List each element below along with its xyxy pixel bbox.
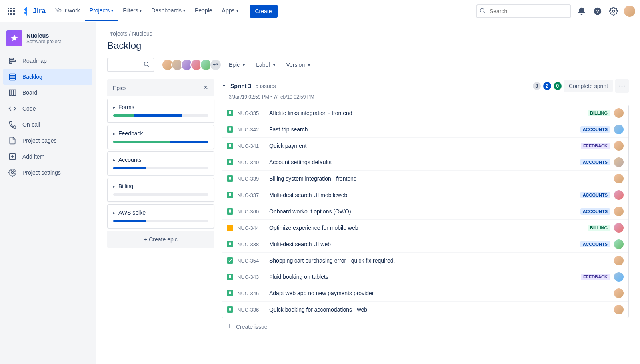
search-input[interactable]: [476, 4, 571, 18]
issue-key[interactable]: NUC-337: [237, 192, 265, 198]
epic-card[interactable]: ▸Feedback: [107, 125, 214, 149]
app-switcher-icon[interactable]: [5, 5, 18, 18]
sidebar-item-project-settings[interactable]: Project settings: [3, 165, 92, 181]
issue-row[interactable]: NUC-354Shopping cart purchasing error - …: [222, 253, 628, 269]
issue-row[interactable]: NUC-338Multi-dest search UI webACCOUNTS: [222, 236, 628, 253]
epic-badge[interactable]: ACCOUNTS: [580, 208, 610, 215]
epic-card[interactable]: ▸AWS spike: [107, 204, 214, 228]
issue-type-icon: [227, 126, 233, 133]
nav-filters[interactable]: Filters▾: [118, 1, 146, 21]
global-search[interactable]: [476, 4, 571, 18]
nav-people[interactable]: People: [190, 1, 217, 21]
epic-card[interactable]: ▸Accounts: [107, 151, 214, 175]
breadcrumb-parent[interactable]: Projects: [107, 30, 128, 37]
issue-key[interactable]: NUC-354: [237, 258, 265, 264]
search-icon: [479, 7, 486, 15]
sidebar-item-code[interactable]: Code: [3, 101, 92, 117]
epic-badge[interactable]: BILLING: [588, 225, 610, 231]
filter-label[interactable]: Label▾: [256, 62, 275, 68]
filter-version[interactable]: Version▾: [286, 62, 310, 68]
backlog-search[interactable]: [107, 58, 154, 72]
issue-row[interactable]: NUC-346Adapt web app no new payments pro…: [222, 285, 628, 302]
assignee-avatar[interactable]: [614, 174, 624, 183]
issue-key[interactable]: NUC-360: [237, 209, 265, 215]
assignee-filter[interactable]: +3: [162, 59, 222, 71]
issue-key[interactable]: NUC-346: [237, 290, 265, 296]
assignee-avatar[interactable]: [614, 223, 624, 233]
settings-icon[interactable]: [608, 6, 619, 17]
assignee-avatar[interactable]: [614, 190, 624, 200]
assignee-avatar[interactable]: [614, 256, 624, 265]
complete-sprint-button[interactable]: Complete sprint: [564, 80, 613, 92]
help-icon[interactable]: ?: [592, 6, 603, 17]
issue-row[interactable]: NUC-335Affelite links integration - fron…: [222, 105, 628, 121]
nav-your-work[interactable]: Your work: [50, 1, 85, 21]
close-epics-icon[interactable]: [202, 84, 209, 91]
assignee-avatar[interactable]: [614, 108, 624, 118]
nav-apps[interactable]: Apps▾: [217, 1, 243, 21]
project-icon: [6, 30, 22, 46]
epic-card[interactable]: ▸Billing: [107, 178, 214, 202]
assignee-avatar[interactable]: [614, 239, 624, 249]
issue-row[interactable]: NUC-339Billing system integration - fron…: [222, 171, 628, 187]
collapse-icon[interactable]: [222, 83, 226, 89]
chevron-down-icon: ▾: [308, 63, 310, 67]
issue-key[interactable]: NUC-340: [237, 159, 265, 165]
epic-badge[interactable]: ACCOUNTS: [580, 126, 610, 133]
notifications-icon[interactable]: [576, 6, 587, 17]
create-button[interactable]: Create: [250, 5, 278, 18]
sprint-more-button[interactable]: [615, 79, 629, 93]
jira-logo[interactable]: Jira: [19, 7, 49, 16]
assignee-avatar[interactable]: [614, 207, 624, 216]
assignee-avatar[interactable]: [614, 305, 624, 314]
epic-badge[interactable]: BILLING: [588, 110, 610, 116]
issue-key[interactable]: NUC-339: [237, 176, 265, 182]
issue-key[interactable]: NUC-338: [237, 241, 265, 247]
sidebar-item-on-call[interactable]: On-call: [3, 117, 92, 133]
filter-epic[interactable]: Epic▾: [229, 62, 245, 68]
svg-rect-15: [10, 60, 16, 61]
issue-key[interactable]: NUC-336: [237, 307, 265, 313]
issue-row[interactable]: NUC-340Account settings defaultsACCOUNTS: [222, 154, 628, 171]
issue-row[interactable]: NUC-343Fluid booking on tabletsFEEDBACK: [222, 269, 628, 285]
sidebar-item-roadmap[interactable]: Roadmap: [3, 53, 92, 69]
epic-card[interactable]: ▸Forms: [107, 99, 214, 123]
avatar-overflow[interactable]: +3: [210, 59, 222, 71]
issue-row[interactable]: NUC-341Quick paymentFEEDBACK: [222, 138, 628, 154]
nav-dashboards[interactable]: Dashboards▾: [146, 1, 190, 21]
epic-name: Feedback: [118, 130, 143, 137]
issue-row[interactable]: NUC-344Optimize experience for mobile we…: [222, 220, 628, 236]
create-issue-button[interactable]: Create issue: [222, 318, 629, 335]
epic-badge[interactable]: ACCOUNTS: [580, 159, 610, 165]
epic-badge[interactable]: ACCOUNTS: [580, 241, 610, 247]
issue-row[interactable]: NUC-360Onboard workout options (OWO)ACCO…: [222, 203, 628, 220]
issue-row[interactable]: NUC-342Fast trip searchACCOUNTS: [222, 121, 628, 138]
assignee-avatar[interactable]: [614, 157, 624, 167]
svg-rect-7: [10, 13, 12, 15]
sidebar-item-project-pages[interactable]: Project pages: [3, 133, 92, 149]
svg-rect-22: [14, 90, 16, 96]
assignee-avatar[interactable]: [614, 125, 624, 134]
assignee-avatar[interactable]: [614, 288, 624, 298]
issue-row[interactable]: NUC-336Quick booking for accomodations -…: [222, 302, 628, 318]
issue-key[interactable]: NUC-343: [237, 274, 265, 280]
user-avatar[interactable]: [624, 6, 635, 17]
epic-badge[interactable]: FEEDBACK: [581, 274, 610, 280]
sidebar-item-add-item[interactable]: Add item: [3, 149, 92, 165]
issue-row[interactable]: NUC-337Multi-dest search UI mobilewebACC…: [222, 187, 628, 203]
create-epic-button[interactable]: + Create epic: [107, 231, 214, 248]
issue-key[interactable]: NUC-341: [237, 143, 265, 149]
svg-rect-17: [10, 74, 16, 76]
sidebar-item-board[interactable]: Board: [3, 85, 92, 101]
sidebar-item-backlog[interactable]: Backlog: [3, 69, 92, 85]
nav-projects[interactable]: Projects▾: [85, 1, 118, 21]
assignee-avatar[interactable]: [614, 141, 624, 151]
epic-badge[interactable]: ACCOUNTS: [580, 192, 610, 198]
project-header[interactable]: Nucleus Software project: [3, 30, 92, 53]
issue-key[interactable]: NUC-342: [237, 127, 265, 133]
issue-key[interactable]: NUC-335: [237, 110, 265, 116]
svg-rect-2: [13, 8, 15, 9]
assignee-avatar[interactable]: [614, 272, 624, 282]
epic-badge[interactable]: FEEDBACK: [581, 143, 610, 149]
issue-key[interactable]: NUC-344: [237, 225, 265, 231]
